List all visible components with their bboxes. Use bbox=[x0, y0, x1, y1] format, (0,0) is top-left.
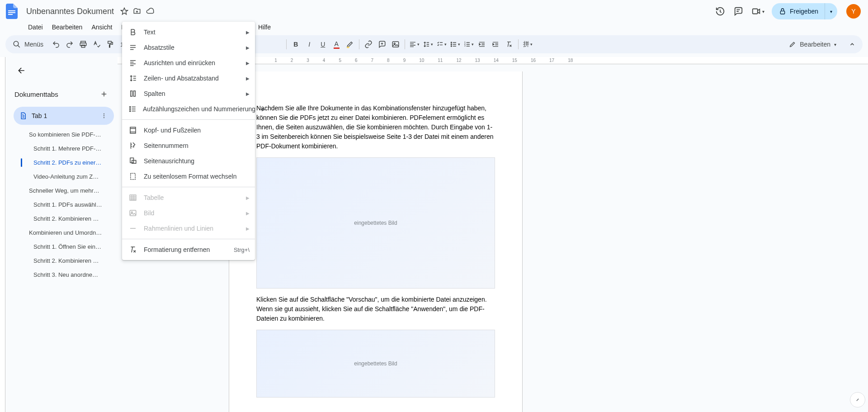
embedded-image[interactable]: eingebettetes Bild bbox=[256, 157, 495, 289]
text-color-button[interactable]: A bbox=[330, 38, 343, 51]
sidebar-heading: Dokumenttabs bbox=[14, 90, 58, 98]
format-menu-item: Bild▶ bbox=[122, 205, 255, 221]
menu-item-bearbeiten[interactable]: Bearbeiten bbox=[48, 22, 86, 33]
spellcheck-button[interactable] bbox=[90, 38, 103, 51]
share-button[interactable]: Freigeben bbox=[772, 3, 825, 19]
columns-icon bbox=[128, 90, 137, 98]
outline-item[interactable]: Schritt 2. Kombinieren … bbox=[14, 212, 114, 226]
outline-item[interactable]: Schneller Weg, um mehr… bbox=[14, 184, 114, 198]
italic-button[interactable]: I bbox=[303, 38, 316, 51]
format-menu-item[interactable]: Ausrichten und einrücken▶ bbox=[122, 55, 255, 71]
paragraph: Nachdem Sie alle Ihre Dokumente in das K… bbox=[256, 104, 495, 151]
explore-button[interactable] bbox=[850, 392, 865, 407]
add-comment-button[interactable] bbox=[376, 38, 388, 51]
collapse-toolbar-button[interactable] bbox=[845, 38, 859, 51]
lock-icon bbox=[779, 8, 786, 15]
menus-search[interactable]: Menüs bbox=[9, 38, 49, 50]
editing-mode-dropdown[interactable]: Bearbeiten ▾ bbox=[784, 38, 841, 51]
svg-point-13 bbox=[451, 46, 452, 47]
format-menu-item[interactable]: Zu seitenlosem Format wechseln bbox=[122, 169, 255, 184]
line-spacing-dropdown[interactable] bbox=[421, 38, 434, 51]
format-menu-item[interactable]: Zeilen- und Absatzabstand▶ bbox=[122, 71, 255, 86]
svg-rect-1 bbox=[8, 12, 15, 13]
share-button-label: Freigeben bbox=[790, 8, 818, 15]
format-menu-item[interactable]: Kopf- und Fußzeilen bbox=[122, 123, 255, 138]
menu-item-ansicht[interactable]: Ansicht bbox=[88, 22, 116, 33]
svg-rect-27 bbox=[131, 173, 136, 180]
format-menu-item[interactable]: Seitenausrichtung bbox=[122, 153, 255, 169]
star-icon[interactable] bbox=[120, 7, 128, 15]
bulleted-list-dropdown[interactable] bbox=[448, 38, 461, 51]
tab-more-button[interactable] bbox=[99, 110, 109, 121]
format-menu-item[interactable]: Formatierung entfernenStrg+\ bbox=[122, 242, 255, 257]
move-icon[interactable] bbox=[133, 7, 141, 15]
svg-point-17 bbox=[104, 114, 104, 114]
bold-button[interactable]: B bbox=[289, 38, 302, 51]
sidebar-back-button[interactable] bbox=[14, 62, 30, 79]
input-tools-dropdown[interactable]: 拼 bbox=[521, 38, 534, 51]
page-numbers-icon: # bbox=[128, 142, 137, 150]
svg-rect-28 bbox=[130, 195, 136, 200]
paragraph-styles-icon bbox=[128, 43, 137, 52]
clear-formatting-button[interactable] bbox=[503, 38, 515, 51]
comments-icon[interactable] bbox=[733, 6, 743, 16]
highlight-button[interactable] bbox=[344, 38, 356, 51]
document-icon bbox=[19, 112, 27, 120]
paint-format-button[interactable] bbox=[104, 38, 117, 51]
format-menu-item[interactable]: #Seitennummern bbox=[122, 138, 255, 153]
pencil-icon bbox=[789, 41, 796, 48]
document-title[interactable]: Unbenanntes Dokument bbox=[24, 6, 117, 17]
outline-item[interactable]: Video-Anleitung zum Z… bbox=[14, 170, 114, 184]
docs-logo-icon[interactable] bbox=[4, 3, 20, 19]
bold-icon bbox=[128, 28, 137, 36]
outline-item[interactable]: Schritt 1. Öffnen Sie ein… bbox=[14, 240, 114, 254]
add-tab-button[interactable] bbox=[98, 88, 110, 100]
menu-item-hilfe[interactable]: Hilfe bbox=[255, 22, 274, 33]
embedded-image[interactable]: eingebettetes Bild bbox=[256, 330, 495, 398]
undo-button[interactable] bbox=[50, 38, 62, 51]
outline-item[interactable]: So kombinieren Sie PDF-… bbox=[14, 128, 114, 142]
menu-item-datei[interactable]: Datei bbox=[24, 22, 47, 33]
svg-rect-3 bbox=[753, 9, 758, 14]
document-tab[interactable]: Tab 1 bbox=[14, 107, 114, 125]
account-avatar[interactable]: Y bbox=[846, 4, 861, 19]
outline-item[interactable]: Schritt 1. PDFs auswähl… bbox=[14, 198, 114, 212]
line-spacing-icon bbox=[128, 74, 137, 82]
format-menu-item[interactable]: Text▶ bbox=[122, 24, 255, 40]
print-button[interactable] bbox=[77, 38, 90, 51]
underline-button[interactable]: U bbox=[316, 38, 329, 51]
clear-format-icon bbox=[128, 246, 137, 254]
svg-point-5 bbox=[14, 41, 19, 46]
outline-item[interactable]: Schritt 1. Mehrere PDF-… bbox=[14, 142, 114, 156]
svg-point-21 bbox=[130, 109, 131, 109]
outline-item[interactable]: Schritt 2. Kombinieren … bbox=[14, 254, 114, 268]
image-icon bbox=[128, 209, 137, 217]
format-menu-item[interactable]: Spalten▶ bbox=[122, 86, 255, 101]
format-menu-item: Tabelle▶ bbox=[122, 190, 255, 205]
format-menu-item[interactable]: Absatzstile▶ bbox=[122, 40, 255, 55]
align-dropdown[interactable] bbox=[408, 38, 420, 51]
insert-link-button[interactable] bbox=[362, 38, 375, 51]
svg-rect-9 bbox=[393, 42, 399, 47]
insert-image-button[interactable] bbox=[389, 38, 402, 51]
document-page: Schritt 2. PDFs zu einer Datei kombinier… bbox=[229, 71, 523, 412]
svg-rect-29 bbox=[130, 210, 136, 216]
increase-indent-button[interactable] bbox=[489, 38, 502, 51]
outline-item[interactable]: Kombinieren und Umordn… bbox=[14, 226, 114, 240]
history-icon[interactable] bbox=[715, 6, 725, 16]
redo-button[interactable] bbox=[63, 38, 76, 51]
svg-rect-23 bbox=[130, 127, 136, 133]
outline-item[interactable]: Schritt 3. Neu anordne… bbox=[14, 268, 114, 282]
table-icon bbox=[128, 194, 137, 202]
format-menu-item[interactable]: Aufzählungszeichen und Nummerierung▶ bbox=[122, 101, 255, 117]
outline-item[interactable]: Schritt 2. PDFs zu einer… bbox=[14, 156, 114, 170]
meet-icon[interactable]: ▾ bbox=[751, 6, 764, 16]
share-more-button[interactable]: ▾ bbox=[825, 3, 837, 19]
decrease-indent-button[interactable] bbox=[476, 38, 488, 51]
checklist-dropdown[interactable] bbox=[435, 38, 448, 51]
menus-search-label: Menüs bbox=[24, 41, 43, 48]
numbered-list-dropdown[interactable]: 123 bbox=[462, 38, 475, 51]
svg-point-11 bbox=[451, 42, 452, 43]
cloud-status-icon[interactable] bbox=[146, 7, 155, 15]
svg-point-12 bbox=[451, 44, 452, 45]
